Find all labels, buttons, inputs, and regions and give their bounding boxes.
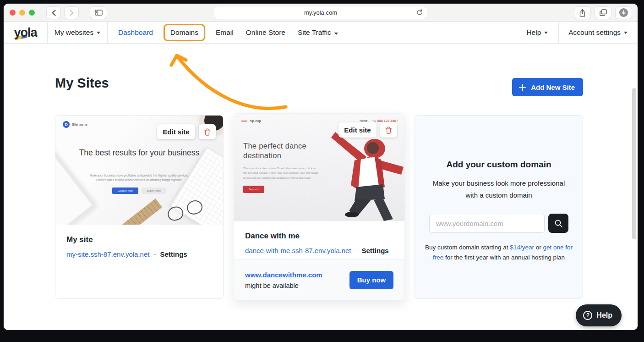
offer-availability-text: might be available (245, 282, 322, 289)
preview-brand-dash-icon (241, 121, 247, 121)
tab-overview-button[interactable] (595, 7, 611, 19)
downloads-button[interactable] (616, 7, 632, 19)
chevron-down-icon (334, 33, 338, 35)
trash-icon (203, 128, 211, 136)
edit-site-button[interactable]: Edit site (338, 122, 377, 138)
address-bar[interactable]: my.yola.com (214, 6, 427, 19)
separator: - (153, 250, 156, 258)
buy-now-button[interactable]: Buy now (349, 271, 393, 289)
zoom-window-button[interactable] (29, 10, 35, 16)
custom-domain-card: Add your custom domain Make your busines… (415, 115, 583, 299)
plus-icon (518, 83, 526, 91)
chevron-down-icon (544, 32, 548, 34)
account-settings-dropdown[interactable]: Account settings (559, 22, 638, 43)
site-card-my-site: D Site name The best results for your bu… (55, 115, 224, 299)
minimize-window-button[interactable] (19, 10, 25, 16)
forward-button[interactable] (65, 7, 78, 19)
search-icon (554, 219, 563, 228)
url-text: my.yola.com (304, 9, 337, 16)
trash-icon (385, 126, 393, 134)
preview-brand-name: Site name (72, 122, 87, 127)
sidebar-toggle-button[interactable] (90, 7, 107, 19)
close-window-button[interactable] (10, 10, 16, 16)
tablet-decoration (55, 148, 97, 225)
preview-nav-home: Home (360, 119, 367, 122)
logo-text: yola (14, 26, 37, 40)
browser-toolbar: my.yola.com (4, 4, 638, 22)
nav-email[interactable]: Email (216, 28, 234, 37)
preview-heading: The perfect dance destination (243, 141, 320, 161)
window-controls (10, 10, 35, 16)
yola-logo[interactable]: yola (4, 22, 48, 43)
delete-site-button[interactable] (199, 124, 216, 139)
question-mark-icon: ? (583, 311, 592, 320)
tabs-icon (600, 9, 607, 16)
preview-secondary-button: Learn more (142, 188, 167, 194)
nav-online-store[interactable]: Online Store (246, 28, 285, 37)
domain-search-button[interactable] (548, 214, 568, 233)
domain-offer-section: www.dancewithme.com might be available B… (234, 259, 404, 300)
nav-domains[interactable]: Domains (164, 24, 205, 41)
custom-domain-input[interactable] (429, 214, 545, 233)
preview-brand-name: hip-hop (250, 119, 261, 123)
delete-site-button[interactable] (380, 122, 397, 138)
help-dropdown[interactable]: Help (516, 22, 559, 43)
offer-domain: www.dancewithme.com (245, 271, 322, 279)
edit-site-button[interactable]: Edit site (157, 124, 195, 139)
sidebar-icon (95, 10, 103, 16)
site-card-dance-with-me: hip-hop Home +1 888 123 4567 The perfect… (234, 113, 405, 301)
share-button[interactable] (574, 7, 590, 19)
browser-window: my.yola.com (4, 4, 638, 330)
site-preview[interactable]: hip-hop Home +1 888 123 4567 The perfect… (234, 114, 404, 221)
site-domain-link[interactable]: dance-with-me.ssh-87.env.yola.net (245, 247, 351, 254)
preview-primary-button: Explore now (112, 188, 138, 194)
dancer-image (306, 130, 404, 221)
reload-button[interactable] (416, 9, 423, 17)
chevron-down-icon (624, 32, 628, 34)
back-button[interactable] (47, 7, 60, 19)
separator: - (355, 247, 358, 254)
chevron-left-icon (51, 10, 56, 16)
scrollbar-thumb[interactable] (632, 88, 636, 239)
preview-description: Make your business more profitable and p… (87, 173, 191, 182)
help-widget-button[interactable]: ? Help (576, 304, 622, 326)
ruler-decoration (121, 199, 162, 225)
main-content: My Sites Add New Site D Site name The be… (4, 44, 638, 330)
add-new-site-button[interactable]: Add New Site (512, 78, 583, 96)
site-domain-link[interactable]: my-site.ssh-87.env.yola.net (66, 250, 149, 258)
price-link[interactable]: $14/year (510, 244, 534, 251)
preview-button: Button 1 (243, 186, 264, 193)
share-icon (579, 9, 586, 17)
preview-heading: The best results for your business (76, 148, 203, 158)
chevron-right-icon (69, 10, 74, 16)
custom-domain-title: Add your custom domain (446, 160, 551, 170)
site-preview[interactable]: D Site name The best results for your bu… (55, 116, 223, 225)
reload-icon (416, 9, 423, 16)
my-websites-label: My websites (55, 28, 93, 37)
preview-description: This is a block description. To edit thi… (243, 166, 320, 181)
site-settings-link[interactable]: Settings (362, 247, 389, 254)
app-navbar: yola My websites Dashboard Domains Email… (4, 22, 638, 44)
custom-domain-note: Buy custom domain starting at $14/year o… (423, 243, 575, 263)
nav-dashboard[interactable]: Dashboard (118, 28, 153, 37)
download-icon (619, 8, 628, 17)
site-name: Dance with me (245, 232, 393, 241)
custom-domain-subtitle: Make your business look more professiona… (429, 177, 569, 201)
preview-site-logo: D (63, 121, 70, 128)
site-name: My site (66, 235, 212, 244)
nav-site-traffic[interactable]: Site Traffic (298, 28, 338, 37)
chevron-down-icon (97, 32, 100, 34)
site-settings-link[interactable]: Settings (160, 250, 187, 258)
page-title: My Sites (55, 76, 109, 91)
my-websites-dropdown[interactable]: My websites (48, 22, 108, 43)
scrollbar-track[interactable] (632, 84, 637, 328)
